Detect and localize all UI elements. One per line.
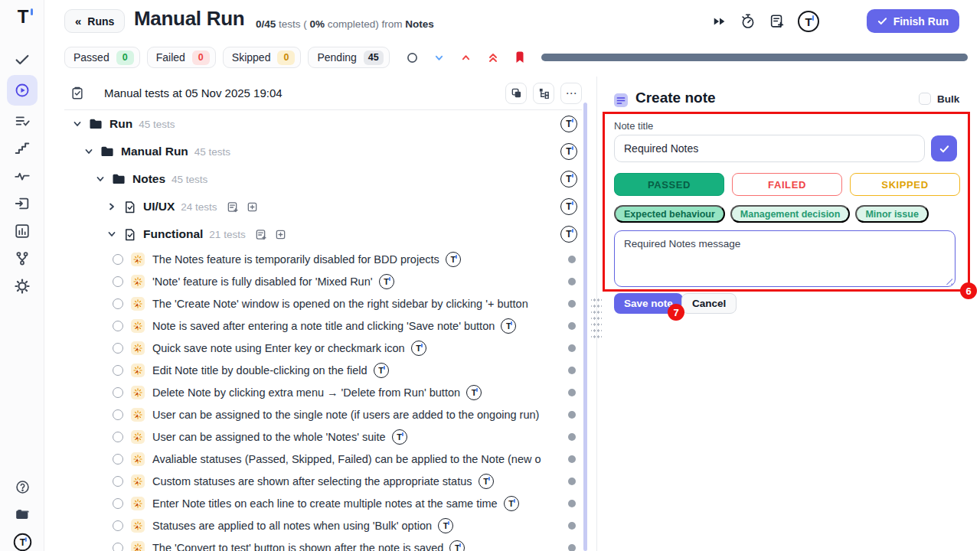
status-button[interactable]: PASSED [614,173,724,196]
test-status-radio[interactable] [113,298,123,309]
test-status-radio[interactable] [113,254,123,265]
bulk-checkbox[interactable] [919,93,931,105]
nav-runs[interactable] [7,75,38,106]
test-status-radio[interactable] [113,543,123,551]
status-filter-chip[interactable]: Skipped 0 [223,47,302,68]
bookmark-icon[interactable] [512,50,528,65]
nav-import[interactable] [7,190,38,217]
note-message-textarea[interactable]: Required Notes message [614,230,956,287]
test-row[interactable]: The Notes feature is temporarily disable… [64,248,582,270]
suite-row[interactable]: Manual Run 45 tests T [64,138,582,165]
logo-circle-icon[interactable]: T [504,496,519,511]
suite-row[interactable]: UI/UX 24 tests T [64,193,582,220]
logo-circle-icon[interactable]: T [560,143,577,160]
status-filter-chip[interactable]: Failed 0 [147,47,216,68]
chevron-up-icon[interactable] [459,50,474,65]
test-row[interactable]: Avaliable statuses (Passed, Skipped, Fai… [64,448,582,470]
nav-tests[interactable] [7,46,38,73]
logo-circle-icon[interactable]: T [379,274,394,289]
logo-circle-icon[interactable]: T [560,226,577,243]
logo-circle-icon[interactable]: T [392,429,407,445]
test-row[interactable]: Quick save note using Enter key or check… [64,337,582,359]
suite-row[interactable]: Functional 21 tests T [64,220,582,248]
test-status-radio[interactable] [113,409,123,420]
test-status-radio[interactable] [113,476,123,487]
test-row[interactable]: 'Note' feature is fully disabled for 'Mi… [64,270,582,292]
test-row[interactable]: Edit Note title by double-clicking on th… [64,359,582,381]
test-row[interactable]: Custom statuses are shown after selectin… [64,470,582,492]
test-status-radio[interactable] [113,365,123,376]
note-tag[interactable]: Minor issue [855,205,928,223]
logo-circle-icon[interactable]: T [501,318,516,334]
chevron-down-icon[interactable] [93,172,107,186]
test-row[interactable]: Note is saved after entering a note titl… [64,315,582,337]
suite-row[interactable]: Run 45 tests T [64,110,582,138]
bulk-toggle[interactable]: Bulk [919,93,959,105]
app-logo-icon[interactable]: T [11,6,34,29]
panel-resize-grip[interactable] [591,297,602,341]
nav-plans[interactable] [7,107,38,135]
logo-circle-icon[interactable]: T [560,171,577,187]
logo-circle-icon[interactable]: T [438,518,453,533]
nav-milestones[interactable] [7,135,38,162]
note-add-icon[interactable] [769,13,786,30]
test-row[interactable]: User can be assigned to the whole 'Notes… [64,425,582,448]
logo-circle-icon[interactable]: T [560,198,577,215]
test-row[interactable]: Delete Note by clicking extra menu → 'De… [64,381,582,403]
note-add-icon[interactable] [227,201,239,213]
test-row[interactable]: The 'Convert to test' button is shown af… [64,536,582,551]
clipboard-check-icon[interactable] [70,86,84,100]
plus-square-icon[interactable] [247,201,259,213]
test-status-radio[interactable] [113,520,123,531]
nav-branches[interactable] [7,245,38,272]
chevron-down-icon[interactable] [105,200,119,214]
note-add-icon[interactable] [255,228,267,240]
test-row[interactable]: Enter Note titles on each line to create… [64,492,582,514]
test-status-radio[interactable] [113,432,123,442]
chevron-down-icon[interactable] [432,50,447,65]
test-status-radio[interactable] [113,343,123,354]
test-row[interactable]: The 'Create Note' window is opened on th… [64,292,582,315]
back-to-runs-button[interactable]: « Runs [64,9,125,33]
logo-circle-icon[interactable]: T [446,252,461,267]
plus-square-icon[interactable] [275,228,287,240]
status-button[interactable]: SKIPPED [850,173,960,196]
chevron-down-icon[interactable] [105,227,119,241]
logo-circle-icon[interactable]: T [411,341,426,356]
finish-run-button[interactable]: Finish Run [867,9,959,33]
test-status-radio[interactable] [113,321,123,331]
status-filter-chip[interactable]: Passed 0 [64,47,140,68]
note-tag[interactable]: Management decision [730,205,851,223]
nav-pulse[interactable] [7,162,38,190]
test-status-radio[interactable] [113,387,123,398]
nav-account[interactable]: T [7,528,38,551]
logo-circle-icon[interactable]: T [479,474,494,489]
test-row[interactable]: Statuses are applied to all notes when u… [64,514,582,536]
test-status-radio[interactable] [113,498,123,509]
chevron-down-icon[interactable] [82,145,96,158]
timer-icon[interactable] [740,13,756,30]
logo-circle-icon[interactable]: T [374,363,389,378]
more-icon[interactable]: ⋯ [560,83,582,104]
test-status-radio[interactable] [113,276,123,287]
circle-icon[interactable] [405,50,420,65]
status-filter-chip[interactable]: Pending 45 [308,47,389,68]
suite-row[interactable]: Notes 45 tests T [64,165,582,193]
logo-circle-icon[interactable]: T [466,385,482,400]
logo-circle-icon[interactable]: T [560,116,577,132]
tree-scrollbar-thumb[interactable] [583,103,587,551]
copy-icon[interactable] [505,83,527,104]
nav-projects[interactable] [7,500,38,528]
nav-settings[interactable] [7,272,38,300]
nav-help[interactable] [7,473,38,500]
fast-forward-icon[interactable] [712,14,727,29]
note-title-input[interactable] [614,135,925,162]
status-button[interactable]: FAILED [732,173,842,196]
nav-analytics[interactable] [7,217,38,245]
quick-save-button[interactable] [931,135,957,161]
note-tag[interactable]: Expected behaviour [614,205,725,223]
double-chevron-up-icon[interactable] [485,50,501,65]
logo-circle-icon[interactable]: T [449,540,465,551]
logo-circle-icon[interactable]: T [798,11,819,32]
test-row[interactable]: User can be assigned to the single note … [64,403,582,425]
